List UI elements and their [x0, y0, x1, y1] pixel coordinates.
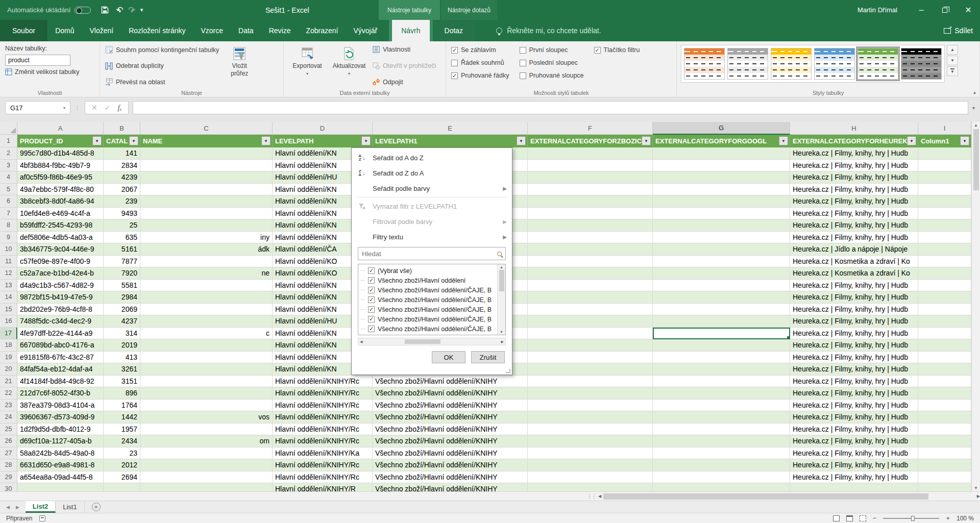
- cell-B19[interactable]: 413: [104, 352, 140, 364]
- cell-A10[interactable]: 3b346775-9c04-446e-9: [17, 243, 104, 256]
- cell-H4[interactable]: Heureka.cz | Filmy, knihy, hry | Hudb: [790, 171, 918, 184]
- filter-list-item[interactable]: ✓(Vybrat vše): [361, 266, 495, 276]
- prev-sheet-icon[interactable]: ◀: [6, 505, 10, 510]
- cell-F22[interactable]: [528, 387, 653, 400]
- option-první-sloupec[interactable]: První sloupec: [520, 46, 584, 54]
- cell-B16[interactable]: 4237: [104, 315, 140, 328]
- row-number-22[interactable]: 22: [0, 387, 17, 400]
- cell-B29[interactable]: 2694: [104, 471, 140, 484]
- cell-C30[interactable]: [140, 483, 273, 491]
- cell-B22[interactable]: 896: [104, 387, 140, 400]
- vscroll-thumb[interactable]: [973, 129, 979, 190]
- table-header-CATAL[interactable]: CATAL▼: [104, 135, 140, 147]
- cell-B27[interactable]: 23: [104, 447, 140, 460]
- cell-H2[interactable]: Heureka.cz | Filmy, knihy, hry | Hudb: [790, 147, 918, 160]
- cell-F24[interactable]: [528, 411, 653, 424]
- cell-I29[interactable]: [918, 471, 971, 484]
- row-number-16[interactable]: 16: [0, 315, 17, 328]
- cancel-formula-icon[interactable]: ✕: [91, 104, 97, 112]
- filter-list-hscrollbar[interactable]: ◀ ▶: [358, 338, 506, 345]
- cell-G14[interactable]: [653, 291, 790, 304]
- cell-G21[interactable]: [653, 376, 790, 388]
- sheet-tab-list2[interactable]: List2: [26, 501, 56, 513]
- cell-I13[interactable]: [918, 280, 971, 292]
- cell-B21[interactable]: 3151: [104, 376, 140, 388]
- cell-B12[interactable]: 7920: [104, 267, 140, 280]
- tab-rozložení-stránky[interactable]: Rozložení stránky: [121, 20, 193, 41]
- cell-C12[interactable]: ne: [140, 267, 273, 280]
- option-pruhované-sloupce[interactable]: Pruhované sloupce: [520, 72, 584, 79]
- filter-button-icon[interactable]: ▼: [92, 136, 102, 145]
- cell-A4[interactable]: af0c5f59-f86b-46e9-95: [17, 171, 104, 184]
- cell-D24[interactable]: Hlavní oddělení/KNIHY/Rc: [273, 411, 373, 424]
- row-number-2[interactable]: 2: [0, 147, 17, 160]
- cell-E24[interactable]: Všechno zboží/Hlavní oddělení/KNIHY: [373, 411, 528, 424]
- zoom-level[interactable]: 100 %: [957, 515, 974, 522]
- option-řádek-souhrnů[interactable]: Řádek souhrnů: [451, 59, 509, 66]
- cell-G18[interactable]: [653, 339, 790, 352]
- row-number-12[interactable]: 12: [0, 267, 17, 280]
- cell-I12[interactable]: [918, 267, 971, 280]
- table-style-blue[interactable]: [814, 48, 855, 80]
- tab-zobrazení[interactable]: Zobrazení: [298, 20, 346, 41]
- cell-F11[interactable]: [528, 256, 653, 268]
- cell-A13[interactable]: d4a9c1b3-c567-4d82-9: [17, 280, 104, 292]
- cell-E29[interactable]: Všechno zboží/Hlavní oddělení/KNIHY: [373, 471, 528, 484]
- cell-F28[interactable]: [528, 459, 653, 471]
- cell-B13[interactable]: 5581: [104, 280, 140, 292]
- remove-duplicates-button[interactable]: Odebrat duplicity: [105, 62, 219, 70]
- normal-view-icon[interactable]: [833, 515, 840, 521]
- cell-F8[interactable]: [528, 219, 653, 232]
- checkbox-icon[interactable]: ✓: [368, 296, 375, 303]
- cell-D26[interactable]: Hlavní oddělení/KNIHY/Rc: [273, 435, 373, 447]
- cell-H21[interactable]: Heureka.cz | Filmy, knihy, hry | Hudb: [790, 376, 918, 388]
- cell-B23[interactable]: 1764: [104, 400, 140, 412]
- cell-A30[interactable]: [17, 483, 104, 491]
- tab-vývojář[interactable]: Vývojář: [346, 20, 385, 41]
- scroll-down-icon[interactable]: ▼: [500, 330, 503, 334]
- cell-B8[interactable]: 25: [104, 219, 140, 232]
- cell-F2[interactable]: [528, 147, 653, 160]
- cell-G23[interactable]: [653, 400, 790, 412]
- cell-G16[interactable]: [653, 315, 790, 328]
- cell-C26[interactable]: om: [140, 435, 273, 447]
- checkbox-icon[interactable]: ✓: [368, 316, 375, 322]
- select-all-corner[interactable]: [0, 122, 17, 135]
- cell-E25[interactable]: Všechno zboží/Hlavní oddělení/KNIHY: [373, 424, 528, 436]
- row-number-23[interactable]: 23: [0, 400, 17, 412]
- cell-I27[interactable]: [918, 447, 971, 460]
- cell-G9[interactable]: [653, 232, 790, 244]
- scroll-up-icon[interactable]: ▲: [974, 123, 978, 128]
- cell-F19[interactable]: [528, 352, 653, 364]
- cell-A5[interactable]: 49a7ebbc-579f-4f8c-80: [17, 184, 104, 196]
- cell-G22[interactable]: [653, 387, 790, 400]
- cell-I30[interactable]: [918, 483, 971, 491]
- filter-list-item[interactable]: ✓Všechno zboží/Hlavní oddělení: [361, 276, 495, 285]
- cell-B20[interactable]: 3261: [104, 363, 140, 376]
- cell-B17[interactable]: 314: [104, 328, 140, 340]
- table-header-EXTERNALCATEGORYFORGOOGL[interactable]: EXTERNALCATEGORYFORGOOGL▼: [653, 135, 790, 147]
- cell-F7[interactable]: [528, 208, 653, 220]
- cell-G11[interactable]: [653, 256, 790, 268]
- cell-I10[interactable]: [918, 243, 971, 256]
- checkbox-icon[interactable]: [520, 47, 526, 54]
- cell-B28[interactable]: 2012: [104, 459, 140, 471]
- cell-C18[interactable]: [140, 339, 273, 352]
- row-number-24[interactable]: 24: [0, 411, 17, 424]
- cell-G27[interactable]: [653, 447, 790, 460]
- cell-H10[interactable]: Heureka.cz | Jídlo a nápoje | Nápoje: [790, 243, 918, 256]
- cell-I17[interactable]: [918, 328, 971, 340]
- cell-I11[interactable]: [918, 256, 971, 268]
- filter-search-input[interactable]: [362, 250, 497, 258]
- sheet-tab-list1[interactable]: List1: [56, 501, 84, 513]
- cell-F6[interactable]: [528, 195, 653, 208]
- cell-I5[interactable]: [918, 184, 971, 196]
- table-style-yellow[interactable]: [771, 48, 812, 80]
- checkbox-icon[interactable]: ✓: [368, 287, 375, 293]
- cell-I2[interactable]: [918, 147, 971, 160]
- tab-vzorce[interactable]: Vzorce: [193, 20, 231, 41]
- cell-G30[interactable]: [653, 483, 790, 491]
- scroll-right-icon[interactable]: ▶: [501, 340, 504, 344]
- tell-me-box[interactable]: Řekněte mi, co chcete udělat.: [496, 20, 601, 41]
- cell-F21[interactable]: [528, 376, 653, 388]
